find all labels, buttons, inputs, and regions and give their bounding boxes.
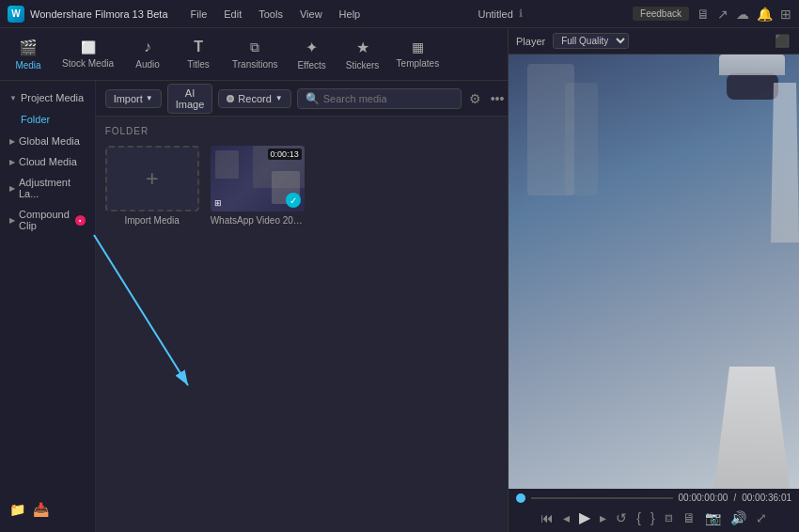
- tab-templates[interactable]: ▦ Templates: [389, 36, 447, 72]
- media-toolbar: Import ▼ AI Image Record ▼ 🔍: [96, 81, 516, 117]
- media-tabs: 🎬 Media ⬜ Stock Media ♪ Audio T Titles ⧉…: [0, 28, 508, 81]
- chevron-down-icon: ▼: [9, 94, 17, 102]
- stock-icon: ⬜: [81, 40, 96, 55]
- menu-help[interactable]: Help: [332, 7, 368, 22]
- menu-file[interactable]: File: [183, 7, 215, 22]
- tab-titles[interactable]: T Titles: [174, 35, 223, 73]
- tab-audio[interactable]: ♪ Audio: [123, 35, 172, 73]
- sidebar-compound-label: Compound Clip: [19, 209, 70, 231]
- playhead-dot[interactable]: [516, 493, 525, 503]
- tab-stock-label: Stock Media: [62, 58, 114, 69]
- sidebar-global-label: Global Media: [19, 135, 80, 147]
- import-dropdown-icon: ▼: [146, 94, 153, 102]
- fullscreen-icon[interactable]: ⤢: [754, 509, 769, 527]
- loop-icon[interactable]: ↺: [614, 509, 629, 527]
- menu-view[interactable]: View: [292, 7, 330, 22]
- app-logo: W: [8, 6, 24, 23]
- sidebar-item-folder[interactable]: Folder: [0, 109, 95, 130]
- sidebar-adjustment[interactable]: ▶ Adjustment La...: [0, 173, 95, 203]
- player-buttons: ⏮ ◂ ▶ ▸ ↺ { } ⧈ 🖥 📷 🔊 ⤢: [516, 507, 791, 528]
- ai-image-button[interactable]: AI Image: [167, 84, 213, 114]
- logo-area: W Wondershare Filmora 13 Beta: [8, 6, 168, 23]
- compound-clip-badge: •: [75, 215, 86, 226]
- sidebar-global-media[interactable]: ▶ Global Media: [0, 132, 95, 150]
- notification-icon[interactable]: 🔔: [757, 7, 773, 22]
- titles-icon: T: [194, 39, 203, 55]
- sidebar-adjustment-label: Adjustment La...: [19, 177, 86, 199]
- menu-edit[interactable]: Edit: [216, 7, 249, 22]
- record-button[interactable]: Record ▼: [218, 89, 290, 108]
- feedback-button[interactable]: Feedback: [633, 7, 689, 21]
- total-time: 00:00:36:01: [742, 493, 791, 503]
- video-media-item[interactable]: 0:00:13 ✓ ⊞ WhatsApp Video 2023-10-05...: [211, 146, 305, 226]
- frame-forward-icon[interactable]: ▸: [598, 509, 608, 527]
- player-label: Player: [516, 36, 545, 47]
- video-media-label: WhatsApp Video 2023-10-05...: [211, 215, 305, 226]
- sidebar-bottom-actions: 📁 📥: [0, 494, 95, 524]
- sidebar-cloud-media[interactable]: ▶ Cloud Media: [0, 152, 95, 171]
- share-icon[interactable]: ↗: [717, 7, 728, 22]
- tab-effects-label: Effects: [297, 60, 325, 70]
- crop-icon[interactable]: ⧈: [663, 508, 675, 527]
- skip-back-icon[interactable]: ⏮: [539, 509, 556, 527]
- progress-track[interactable]: [531, 497, 673, 499]
- filter-icon[interactable]: ⚙: [467, 89, 483, 108]
- camera-icon[interactable]: 📷: [703, 509, 723, 527]
- ai-image-label: AI Image: [176, 87, 205, 110]
- chevron-right-icon-3: ▶: [9, 184, 15, 193]
- tab-stickers[interactable]: ★ Stickers: [338, 35, 387, 74]
- clip-duration-badge: 0:00:13: [268, 149, 302, 160]
- chevron-right-icon-2: ▶: [9, 158, 15, 166]
- import-thumb[interactable]: +: [105, 146, 199, 211]
- tab-templates-label: Templates: [397, 58, 440, 69]
- tab-media[interactable]: 🎬 Media: [4, 35, 53, 74]
- current-time: 00:00:00:00: [679, 493, 728, 503]
- grid-icon[interactable]: ⊞: [780, 7, 791, 22]
- title-info-icon: ℹ: [519, 8, 523, 20]
- player-panel: Player Full Quality ⬛: [508, 28, 799, 532]
- title-bar: W Wondershare Filmora 13 Beta File Edit …: [0, 0, 799, 28]
- volume-icon[interactable]: 🔊: [728, 509, 748, 527]
- search-input[interactable]: [323, 93, 453, 104]
- clip-type-icon: ⊞: [214, 198, 222, 208]
- title-actions: Feedback 🖥 ↗ ☁ 🔔 ⊞: [633, 7, 791, 22]
- media-items: + Import Media: [105, 146, 507, 226]
- import-media-item[interactable]: + Import Media: [105, 146, 199, 226]
- more-options-icon[interactable]: •••: [489, 89, 507, 108]
- in-point-icon[interactable]: {: [634, 509, 643, 527]
- quality-select[interactable]: Full Quality: [553, 33, 629, 49]
- new-folder-icon[interactable]: 📁: [9, 502, 25, 517]
- tab-transitions[interactable]: ⧉ Transitions: [225, 36, 286, 73]
- media-content: Import ▼ AI Image Record ▼ 🔍: [96, 81, 516, 532]
- chevron-right-icon-1: ▶: [9, 137, 15, 146]
- search-box[interactable]: 🔍: [297, 88, 462, 109]
- tab-stock-media[interactable]: ⬜ Stock Media: [55, 37, 121, 72]
- menu-bar: File Edit Tools View Help: [183, 7, 368, 22]
- frame-back-icon[interactable]: ◂: [561, 509, 572, 527]
- record-dropdown-icon: ▼: [275, 94, 283, 102]
- screenshot-icon[interactable]: ⬛: [773, 32, 791, 50]
- cloud-icon[interactable]: ☁: [736, 7, 749, 22]
- import-button[interactable]: Import ▼: [105, 89, 162, 108]
- import-icon[interactable]: 📥: [33, 502, 49, 517]
- time-separator: /: [733, 493, 736, 503]
- search-icon: 🔍: [306, 92, 320, 105]
- player-controls: 00:00:00:00 / 00:00:36:01 ⏮ ◂ ▶ ▸ ↺ { } …: [509, 489, 799, 532]
- sidebar-project-media[interactable]: ▼ Project Media: [0, 88, 95, 107]
- tab-effects[interactable]: ✦ Effects: [288, 35, 337, 74]
- tab-stickers-label: Stickers: [346, 60, 380, 70]
- monitor-icon[interactable]: 🖥: [681, 509, 697, 527]
- monitor-icon[interactable]: 🖥: [697, 7, 710, 22]
- sidebar-compound-clip[interactable]: ▶ Compound Clip •: [0, 205, 95, 235]
- out-point-icon[interactable]: }: [649, 509, 657, 527]
- media-sidebar: ▼ Project Media Folder ▶ Global Media ▶ …: [0, 81, 96, 532]
- tab-transitions-label: Transitions: [232, 59, 278, 70]
- video-thumb: 0:00:13 ✓ ⊞: [211, 146, 305, 211]
- tab-media-label: Media: [15, 60, 40, 70]
- main-area: 🎬 Media ⬜ Stock Media ♪ Audio T Titles ⧉…: [0, 28, 799, 532]
- record-dot-icon: [227, 95, 234, 102]
- chevron-right-icon-4: ▶: [9, 216, 15, 225]
- play-button[interactable]: ▶: [577, 507, 592, 528]
- stickers-icon: ★: [356, 39, 369, 56]
- menu-tools[interactable]: Tools: [251, 7, 290, 22]
